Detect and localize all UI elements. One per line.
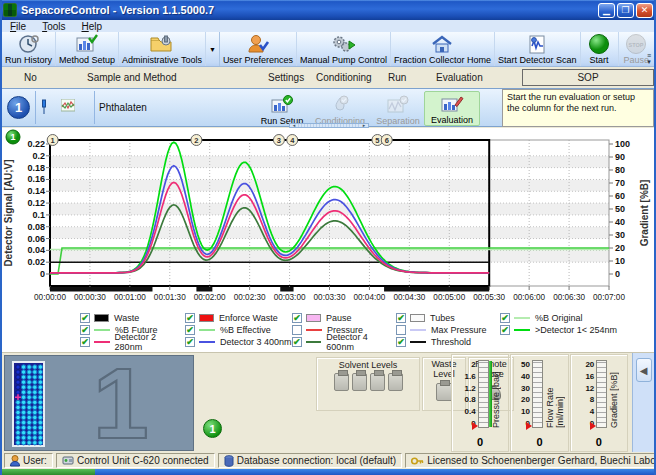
- solvent-bottle-icons: [317, 373, 419, 391]
- legend-swatch: [410, 329, 426, 331]
- folder-tools-icon: [149, 33, 175, 55]
- legend-item[interactable]: ✔Waste: [80, 312, 185, 323]
- legend-item[interactable]: ✔%B Effective: [185, 324, 292, 335]
- legend-checkbox[interactable]: ✔: [185, 337, 195, 347]
- menu-file[interactable]: File: [2, 21, 34, 32]
- collapse-panel-button[interactable]: ◀: [636, 358, 652, 382]
- gauge-value: 0: [452, 436, 508, 448]
- manual-pump-control-label: Manual Pump Control: [300, 55, 387, 65]
- run-setup-step-button[interactable]: Run Setup: [254, 91, 310, 126]
- legend-item[interactable]: ✔Threshold: [396, 336, 500, 347]
- legend-item[interactable]: ✔Detector 3 400nm: [185, 336, 292, 347]
- svg-text:70: 70: [615, 178, 625, 188]
- svg-text:00:00:00: 00:00:00: [34, 293, 66, 302]
- legend-checkbox[interactable]: ✔: [500, 325, 510, 335]
- queue-header-row: No Sample and Method Settings Conditioni…: [2, 67, 654, 88]
- menu-help[interactable]: Help: [73, 21, 110, 32]
- start-detector-scan-button[interactable]: Start Detector Scan: [495, 32, 581, 66]
- gauge-track: [532, 360, 543, 428]
- legend-checkbox[interactable]: [292, 325, 302, 335]
- evaluation-step-button[interactable]: Evaluation: [424, 91, 480, 126]
- svg-text:0.02: 0.02: [27, 257, 45, 267]
- legend-checkbox[interactable]: [396, 325, 406, 335]
- run-history-label: Run History: [5, 55, 52, 65]
- svg-text:0.14: 0.14: [27, 186, 45, 196]
- status-database: Database connection: local (default): [218, 453, 403, 468]
- run-history-button[interactable]: Run History: [2, 32, 56, 66]
- legend-checkbox[interactable]: ✔: [500, 313, 510, 323]
- user-preferences-button[interactable]: User Preferences: [220, 32, 297, 66]
- window-title: SepacoreControl - Version 1.1.5000.7: [21, 4, 596, 16]
- close-button[interactable]: ✕: [636, 3, 653, 18]
- chromatogram-chart[interactable]: 00:00:0000:00:3000:01:0000:01:3000:02:00…: [2, 128, 654, 310]
- legend-label: Waste: [114, 313, 139, 323]
- start-button[interactable]: Start: [581, 32, 619, 66]
- legend-checkbox[interactable]: ✔: [292, 313, 302, 323]
- svg-text:0.08: 0.08: [27, 222, 45, 232]
- toolbar-overflow-icon[interactable]: ≡▾: [644, 53, 654, 65]
- status-bar: User: Control Unit C-620 connected Datab…: [2, 452, 654, 469]
- sequence-row[interactable]: 1 Phthalaten Run Setup Conditioning Sepa…: [2, 88, 654, 127]
- rack-panel[interactable]: 1: [4, 355, 194, 451]
- legend-item[interactable]: ✔Detector 2 280nm: [80, 336, 185, 347]
- gauge-pointer-icon: [526, 422, 532, 430]
- legend-checkbox[interactable]: ✔: [80, 337, 90, 347]
- svg-text:0.1: 0.1: [32, 210, 45, 220]
- scroll-right-icon[interactable]: ▸: [360, 124, 368, 127]
- restore-button[interactable]: ❐: [617, 3, 634, 18]
- sop-box[interactable]: SOP: [522, 69, 654, 86]
- home-icon: [430, 33, 454, 55]
- legend-checkbox[interactable]: ✔: [185, 325, 195, 335]
- administrative-tools-label: Administrative Tools: [122, 55, 202, 65]
- sample-name: Phthalaten: [99, 102, 147, 113]
- legend-item[interactable]: Max Pressure: [396, 324, 500, 335]
- gauge-pointer-icon: [590, 422, 596, 430]
- gauge-pressure: 21.61.20.80.40 Pressure [bar] 0: [451, 354, 509, 452]
- svg-text:30: 30: [615, 230, 625, 240]
- legend-label: %B Effective: [220, 325, 271, 335]
- sample-pin-icon: [40, 99, 48, 119]
- legend-item[interactable]: ✔Pause: [292, 312, 396, 323]
- legend-item[interactable]: ✔>Detector 1< 254nm: [500, 324, 640, 335]
- green-sphere-icon: [588, 33, 610, 55]
- legend-item[interactable]: ✔Tubes: [396, 312, 500, 323]
- legend-checkbox[interactable]: ✔: [396, 313, 406, 323]
- legend-label: %B Original: [535, 313, 583, 323]
- chevron-left-icon: ◀: [640, 365, 648, 376]
- legend-item[interactable]: ✔Enforce Waste: [185, 312, 292, 323]
- solvent-levels-group: Solvent Levels: [316, 357, 420, 411]
- legend-checkbox[interactable]: ✔: [185, 313, 195, 323]
- svg-text:0.18: 0.18: [27, 163, 45, 173]
- minimize-button[interactable]: ▁: [598, 3, 615, 18]
- legend-item[interactable]: ✔%B Original: [500, 312, 640, 323]
- svg-text:1: 1: [10, 132, 15, 142]
- administrative-tools-dropdown[interactable]: ▼: [206, 32, 220, 66]
- legend-checkbox[interactable]: ✔: [80, 313, 90, 323]
- chromatogram-panel: 00:00:0000:00:3000:01:0000:01:3000:02:00…: [2, 128, 654, 352]
- manual-pump-control-button[interactable]: Manual Pump Control: [297, 32, 391, 66]
- legend-label: Detector 3 400nm: [220, 337, 292, 347]
- user-preferences-label: User Preferences: [223, 55, 293, 65]
- svg-text:20: 20: [615, 243, 625, 253]
- gauge-label: Flow Rate [ml/min]: [545, 360, 565, 428]
- legend-item[interactable]: ✔Detector 4 600nm: [292, 336, 396, 347]
- menu-bar: File Tools Help: [2, 20, 654, 32]
- legend-label: Pause: [326, 313, 352, 323]
- legend-checkbox[interactable]: ✔: [292, 337, 302, 347]
- administrative-tools-button[interactable]: Administrative Tools: [119, 32, 206, 66]
- svg-text:00:05:00: 00:05:00: [433, 293, 465, 302]
- gauge-pointer-icon: [472, 422, 478, 430]
- svg-text:00:03:30: 00:03:30: [314, 293, 346, 302]
- method-setup-button[interactable]: Method Setup: [56, 32, 119, 66]
- legend-swatch: [514, 329, 530, 331]
- legend-label: Detector 2 280nm: [115, 332, 185, 352]
- legend-checkbox[interactable]: ✔: [80, 325, 90, 335]
- status-license-label: Licensed to Schoenenberger Gerhard, Buec…: [427, 455, 656, 466]
- svg-text:0.16: 0.16: [27, 174, 45, 184]
- scroll-left-icon[interactable]: ◂: [290, 124, 298, 127]
- status-control-unit-label: Control Unit C-620 connected: [77, 455, 209, 466]
- svg-text:60: 60: [615, 191, 625, 201]
- fraction-collector-home-button[interactable]: Fraction Collector Home: [391, 32, 495, 66]
- menu-tools[interactable]: Tools: [34, 21, 73, 32]
- legend-checkbox[interactable]: ✔: [396, 337, 406, 347]
